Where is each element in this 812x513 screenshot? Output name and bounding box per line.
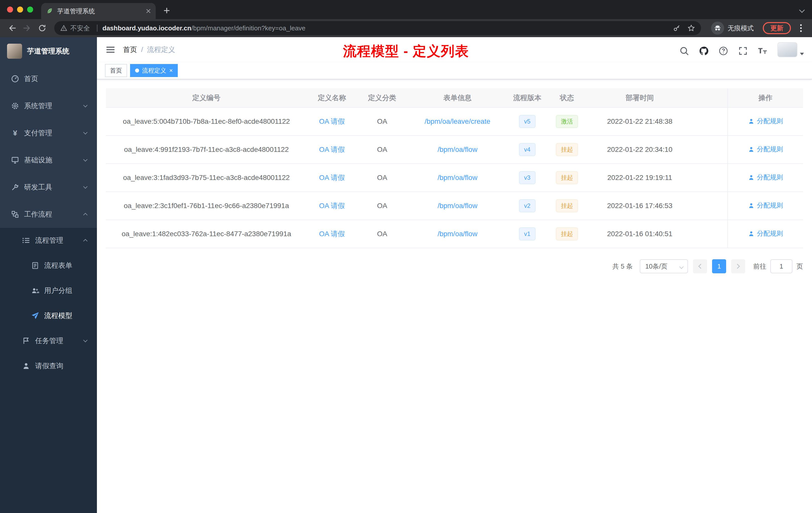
col-header-time: 部署时间 <box>587 88 693 108</box>
sidebar-logo[interactable]: 芋道管理系统 <box>0 37 97 65</box>
prev-page-button[interactable] <box>693 259 707 273</box>
cell-category: OA <box>357 163 407 192</box>
form-icon <box>31 262 39 270</box>
definition-name-link[interactable]: OA 请假 <box>319 202 345 210</box>
close-window-button[interactable] <box>7 6 13 12</box>
breadcrumb: 首页 / 流程定义 <box>123 45 175 55</box>
form-link[interactable]: /bpm/oa/flow <box>438 230 477 238</box>
browser-tab[interactable]: 芋道管理系统 <box>41 3 156 19</box>
paper-plane-icon <box>31 312 39 320</box>
form-link[interactable]: /bpm/oa/flow <box>438 174 477 181</box>
chevron-up-icon <box>83 239 88 243</box>
cell-time: 2022-01-16 17:46:53 <box>587 192 693 220</box>
assign-rule-link[interactable]: 分配规则 <box>748 145 783 154</box>
cell-category: OA <box>357 135 407 163</box>
version-badge: v3 <box>519 171 535 184</box>
tab-search-icon[interactable] <box>799 7 805 13</box>
definition-name-link[interactable]: OA 请假 <box>319 230 345 238</box>
sidebar-item-infrastructure[interactable]: 基础设施 <box>0 147 97 174</box>
page-number-button[interactable]: 1 <box>712 259 726 273</box>
tag-home[interactable]: 首页 <box>105 64 127 77</box>
key-icon[interactable] <box>673 24 680 32</box>
sidebar-item-leave-query[interactable]: 请假查询 <box>0 353 97 379</box>
browser-menu-icon[interactable] <box>795 21 807 35</box>
sidebar-item-devtools[interactable]: 研发工具 <box>0 174 97 201</box>
sidebar: 芋道管理系统 首页 系统管理 ¥ 支付管理 <box>0 37 97 513</box>
navbar-actions <box>679 42 804 57</box>
github-icon[interactable] <box>699 46 708 56</box>
tag-close-icon[interactable]: × <box>169 67 173 73</box>
back-button[interactable] <box>5 21 19 35</box>
col-header-name: 定义名称 <box>307 88 357 108</box>
annotation-title: 流程模型 - 定义列表 <box>343 42 469 60</box>
form-link[interactable]: /bpm/oa/flow <box>438 146 477 153</box>
page-unit-label: 页 <box>796 262 803 271</box>
favicon <box>46 7 53 14</box>
help-icon[interactable] <box>719 46 728 56</box>
sidebar-item-process-form[interactable]: 流程表单 <box>0 253 97 278</box>
page-size-select[interactable]: 10条/页 <box>640 259 688 273</box>
breadcrumb-home[interactable]: 首页 <box>123 45 137 55</box>
security-label: 不安全 <box>70 24 90 33</box>
pagination: 共 5 条 10条/页 1 前往 页 <box>106 259 803 273</box>
total-count: 共 5 条 <box>612 262 633 271</box>
new-tab-button[interactable] <box>160 3 174 18</box>
col-header-category: 定义分类 <box>357 88 407 108</box>
search-icon[interactable] <box>679 46 689 56</box>
browser-toolbar: 不安全 dashboard.yudao.iocoder.cn/bpm/manag… <box>0 19 812 37</box>
security-warning-icon[interactable] <box>60 25 67 32</box>
tag-process-definition[interactable]: 流程定义 × <box>130 64 178 77</box>
user-icon <box>748 146 754 153</box>
version-badge: v1 <box>519 228 535 240</box>
zoom-window-button[interactable] <box>27 6 33 12</box>
table-header-row: 定义编号 定义名称 定义分类 表单信息 流程版本 状态 部署时间 操作 <box>106 88 803 108</box>
sidebar-item-process-management[interactable]: 流程管理 <box>0 228 97 253</box>
definition-name-link[interactable]: OA 请假 <box>319 146 345 153</box>
assign-rule-link[interactable]: 分配规则 <box>748 173 783 182</box>
font-size-icon[interactable] <box>758 46 767 56</box>
cell-id: oa_leave:5:004b710b-7b8a-11ec-8ef0-acde4… <box>106 108 307 135</box>
minimize-window-button[interactable] <box>17 6 23 12</box>
chevron-down-icon <box>83 103 88 108</box>
assign-rule-link[interactable]: 分配规则 <box>748 201 783 210</box>
sidebar-item-home[interactable]: 首页 <box>0 65 97 92</box>
form-link[interactable]: /bpm/oa/flow <box>438 202 477 210</box>
forward-button[interactable] <box>20 21 34 35</box>
reload-button[interactable] <box>35 21 49 35</box>
sidebar-item-process-model[interactable]: 流程模型 <box>0 303 97 328</box>
chrome-update-button[interactable]: 更新 <box>763 22 791 34</box>
definition-name-link[interactable]: OA 请假 <box>319 174 345 181</box>
user-avatar-menu[interactable] <box>777 42 804 57</box>
address-bar[interactable]: 不安全 dashboard.yudao.iocoder.cn/bpm/manag… <box>54 21 701 35</box>
user-icon <box>22 362 30 370</box>
dashboard-icon <box>11 75 19 83</box>
tab-close-icon[interactable] <box>146 9 151 13</box>
user-icon <box>748 174 754 181</box>
url-text[interactable]: dashboard.yudao.iocoder.cn/bpm/manager/d… <box>103 24 666 32</box>
goto-page-input[interactable] <box>770 259 792 273</box>
page-content: 定义编号 定义名称 定义分类 表单信息 流程版本 状态 部署时间 操作 <box>97 79 812 513</box>
sidebar-item-workflow[interactable]: 工作流程 <box>0 201 97 228</box>
definition-name-link[interactable]: OA 请假 <box>319 117 345 125</box>
user-icon <box>748 231 754 237</box>
form-link[interactable]: /bpm/oa/leave/create <box>425 117 490 125</box>
sidebar-item-payment[interactable]: ¥ 支付管理 <box>0 119 97 147</box>
next-page-button[interactable] <box>731 259 745 273</box>
assign-rule-link[interactable]: 分配规则 <box>748 117 783 125</box>
collapse-sidebar-icon[interactable] <box>105 44 116 55</box>
assign-rule-link[interactable]: 分配规则 <box>748 229 783 238</box>
sidebar-item-task-management[interactable]: 任务管理 <box>0 328 97 353</box>
user-icon <box>748 118 754 124</box>
table-row: oa_leave:1:482ec033-762a-11ec-8477-a2380… <box>106 220 803 248</box>
cell-category: OA <box>357 192 407 220</box>
chevron-down-icon <box>83 184 88 189</box>
col-header-status: 状态 <box>547 88 587 108</box>
cell-time: 2022-01-16 01:40:51 <box>587 220 693 248</box>
list-icon <box>22 236 30 244</box>
sidebar-item-user-group[interactable]: 用户分组 <box>0 278 97 303</box>
col-header-id: 定义编号 <box>106 88 307 108</box>
bookmark-star-icon[interactable] <box>688 24 695 32</box>
sidebar-item-system[interactable]: 系统管理 <box>0 92 97 119</box>
status-badge: 挂起 <box>556 171 578 184</box>
fullscreen-icon[interactable] <box>738 46 748 56</box>
